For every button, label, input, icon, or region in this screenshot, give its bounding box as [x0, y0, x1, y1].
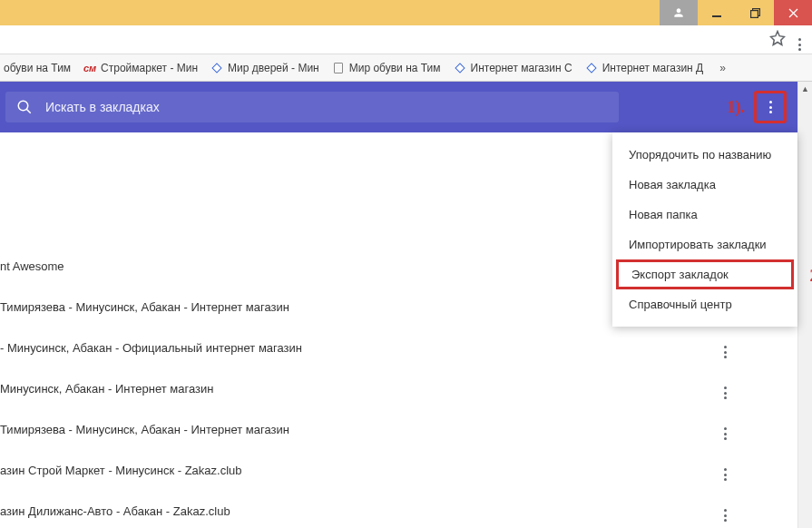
row-actions-icon[interactable]: [717, 455, 734, 486]
bookmark-bar-item[interactable]: обуви на Тим: [4, 62, 71, 74]
bookmark-bar-item[interactable]: Мир обуви на Тим: [332, 62, 441, 74]
browser-toolbar: [0, 25, 812, 54]
menu-export-bookmarks[interactable]: Экспорт закладок 2).: [616, 259, 794, 289]
browser-menu-icon[interactable]: [795, 28, 805, 51]
minimize-button[interactable]: [698, 0, 736, 25]
maximize-button[interactable]: [736, 0, 774, 25]
bookmark-title: азин Строй Маркет - Минусинск - Zakaz.cl…: [0, 464, 242, 477]
window-titlebar: [0, 0, 812, 25]
bookmark-label: Интернет магазин Д: [602, 62, 704, 74]
favicon-icon: [454, 62, 466, 74]
bookmark-row[interactable]: Тимирязева - Минусинск, Абакан - Интерне…: [0, 409, 797, 450]
bookmarks-bar: обуви на Тим cмСтроймаркет - Мин Мир две…: [0, 54, 812, 82]
scrollbar[interactable]: ▲: [797, 82, 812, 528]
menu-import-bookmarks[interactable]: Импортировать закладки: [612, 230, 797, 259]
organize-menu-button[interactable]: [754, 91, 787, 123]
bookmark-title: nt Awesome: [0, 259, 64, 273]
bookmark-manager-header: Искать в закладках 1).: [0, 82, 797, 132]
bookmark-title: Тимирязева - Минусинск, Абакан - Интерне…: [0, 300, 289, 314]
annotation-marker: 1).: [728, 98, 746, 117]
svg-rect-0: [712, 15, 721, 17]
bookmark-row[interactable]: азин Строй Маркет - Минусинск - Zakaz.cl…: [0, 450, 797, 491]
more-vertical-icon: [769, 101, 772, 113]
row-actions-icon[interactable]: [717, 414, 734, 445]
bookmark-bar-item[interactable]: Мир дверей - Мин: [210, 62, 319, 74]
menu-label: Экспорт закладок: [631, 268, 729, 281]
bookmarks-overflow-icon[interactable]: »: [716, 62, 729, 74]
bookmark-label: обуви на Тим: [4, 62, 71, 74]
bookmark-label: Интернет магазин С: [471, 62, 572, 74]
bookmark-star-icon[interactable]: [769, 30, 786, 50]
svg-point-2: [18, 101, 28, 111]
favicon-icon: [585, 62, 598, 74]
favicon-icon: cм: [83, 62, 96, 74]
organize-dropdown: Упорядочить по названию Новая закладка Н…: [612, 132, 797, 327]
favicon-icon: [332, 62, 345, 74]
bookmark-row[interactable]: Минусинск, Абакан - Интернет магазин: [0, 368, 797, 409]
menu-new-bookmark[interactable]: Новая закладка: [612, 170, 797, 200]
search-placeholder: Искать в закладках: [45, 100, 160, 114]
search-input[interactable]: Искать в закладках: [5, 92, 619, 122]
bookmark-row[interactable]: - Минусинск, Абакан - Официальный интерн…: [0, 328, 797, 368]
bookmark-row[interactable]: азин Дилижанс-Авто - Абакан - Zakaz.club: [0, 491, 797, 528]
bookmark-bar-item[interactable]: Интернет магазин С: [454, 62, 572, 74]
bookmark-label: Мир обуви на Тим: [349, 62, 441, 74]
account-button[interactable]: [660, 0, 698, 25]
svg-rect-1: [750, 10, 758, 17]
close-button[interactable]: [774, 0, 812, 25]
menu-new-folder[interactable]: Новая папка: [612, 200, 797, 230]
menu-sort-by-name[interactable]: Упорядочить по названию: [612, 140, 797, 170]
bookmark-title: Минусинск, Абакан - Интернет магазин: [0, 382, 213, 396]
bookmark-label: Строймаркет - Мин: [101, 62, 198, 74]
bookmark-manager: Искать в закладках 1). Упорядочить по на…: [0, 82, 797, 528]
scroll-up-icon[interactable]: ▲: [798, 82, 812, 96]
bookmark-title: азин Дилижанс-Авто - Абакан - Zakaz.club: [0, 504, 230, 518]
bookmark-title: Тимирязева - Минусинск, Абакан - Интерне…: [0, 423, 289, 436]
row-actions-icon[interactable]: [717, 495, 734, 527]
bookmark-title: - Минусинск, Абакан - Официальный интерн…: [0, 341, 302, 355]
menu-help-center[interactable]: Справочный центр: [612, 289, 797, 319]
row-actions-icon[interactable]: [717, 332, 734, 364]
bookmark-label: Мир дверей - Мин: [228, 62, 319, 74]
bookmark-bar-item[interactable]: cмСтроймаркет - Мин: [83, 62, 198, 74]
favicon-icon: [210, 62, 223, 74]
row-actions-icon[interactable]: [717, 373, 734, 405]
bookmark-bar-item[interactable]: Интернет магазин Д: [585, 62, 704, 74]
search-icon: [16, 99, 33, 115]
